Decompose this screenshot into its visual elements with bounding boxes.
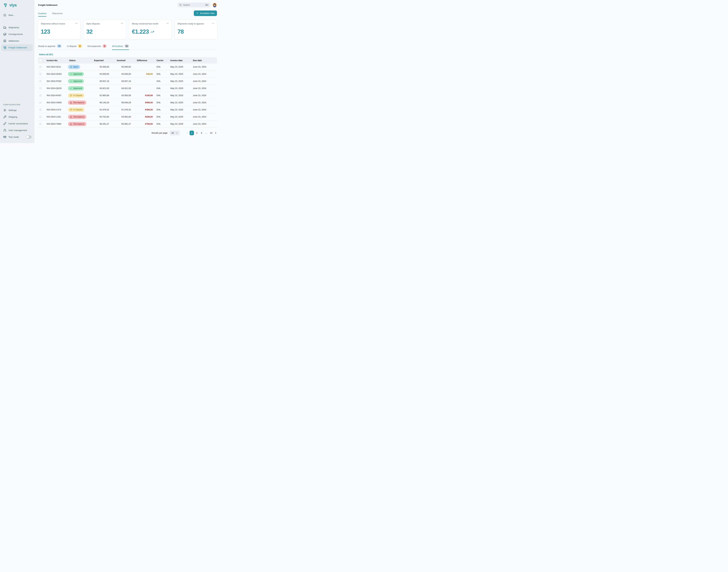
column-header-status[interactable]: Status — [67, 59, 89, 62]
table-row[interactable]: INV-2024-RX67 In Dispute €2.963,58 €3.06… — [38, 92, 217, 99]
row-checkbox[interactable] — [39, 87, 42, 89]
filter-tab-ready-to-approve[interactable]: Ready to approve 78 — [38, 44, 61, 50]
sidebar-item-addresses[interactable]: Addresses — [0, 38, 34, 44]
expected-amount: €4.000,00 — [89, 73, 111, 75]
page-button-1[interactable]: 1 — [190, 131, 194, 135]
column-header-expected[interactable]: Expected — [89, 59, 111, 62]
sidebar-item-label: Addresses — [8, 40, 19, 42]
ellipsis-menu-icon[interactable]: ⋯ — [75, 22, 78, 24]
invoices-table: Invoice No. Status Expected Invoiced Dif… — [38, 57, 217, 128]
row-checkbox[interactable] — [39, 73, 42, 75]
filter-tab-in-dispute[interactable]: In dispute 6 — [67, 44, 82, 50]
status-badge-in-dispute: In Dispute — [68, 108, 84, 112]
viya-logo-mark — [3, 3, 8, 7]
pager: 1 2 3 ... 10 — [186, 131, 217, 135]
warning-triangle-icon — [70, 123, 72, 125]
exception-rules-button[interactable]: Exception rules — [194, 10, 217, 16]
search-input[interactable]: Search ⌘K — [177, 3, 210, 7]
page-tabs: Invoices Shipments — [38, 12, 63, 17]
page-button-2[interactable]: 2 — [195, 131, 199, 135]
unplug-icon — [3, 122, 6, 125]
column-header-invoice-no[interactable]: Invoice No. — [45, 59, 67, 62]
table-row[interactable]: INV-2024-ZE11 Open €5.000,00 €5.000,00 D… — [38, 63, 217, 70]
sidebar-item-carrier-connections[interactable]: Carrier connections — [0, 120, 34, 127]
card-value: 78 — [177, 28, 214, 35]
invoiced-amount: €3.952,84 — [111, 116, 133, 118]
test-mode-toggle[interactable] — [26, 135, 31, 139]
chevron-left-icon[interactable] — [186, 132, 189, 134]
page-button-3[interactable]: 3 — [200, 131, 203, 135]
tab-shipments[interactable]: Shipments — [52, 12, 63, 17]
stat-card-money-reclaimed: Money reclaimed last month ⋯ €1.223 — [129, 20, 171, 39]
carrier: DHL — [155, 66, 168, 68]
invoiced-amount: €4.821,93 — [111, 87, 133, 89]
column-header-due-date[interactable]: Due date — [191, 59, 217, 62]
sidebar-item-user-management[interactable]: User management — [0, 127, 34, 134]
wrench-icon — [3, 115, 6, 119]
invoice-date: May 23, 2025 — [168, 94, 191, 96]
select-all-link[interactable]: Select all (67) — [39, 53, 217, 56]
difference-amount: €700,00 — [133, 123, 155, 125]
due-date: June 23, 2024 — [191, 87, 217, 89]
column-header-carrier[interactable]: Carrier — [155, 59, 168, 62]
page-title: Freight Settlement — [38, 4, 57, 6]
row-checkbox[interactable] — [39, 101, 42, 104]
results-per-page-value: 25 — [171, 132, 174, 134]
status-badge-discrepancy: Discrepancy — [68, 122, 86, 126]
column-header-invoiced[interactable]: Invoiced — [111, 59, 133, 62]
check-icon — [70, 80, 72, 82]
page-button-10[interactable]: 10 — [209, 131, 213, 135]
row-checkbox[interactable] — [39, 80, 42, 82]
pagination: Results per page 25 1 2 3 ... 10 — [38, 131, 217, 135]
avatar[interactable] — [212, 3, 217, 7]
row-checkbox[interactable] — [39, 116, 42, 118]
table-row[interactable]: INV-2024-YB92 Discrepancy €6.291,47 €6.9… — [38, 121, 217, 128]
status-badge-approved: Approved — [68, 79, 84, 83]
due-date: June 23, 2024 — [191, 123, 217, 125]
filter-icon — [196, 12, 199, 14]
sidebar-item-new[interactable]: New... — [0, 12, 34, 18]
row-checkbox[interactable] — [39, 123, 42, 125]
chevron-down-icon — [175, 132, 178, 134]
chevron-right-icon[interactable] — [214, 132, 217, 134]
row-checkbox[interactable] — [39, 94, 42, 96]
row-checkbox[interactable] — [39, 66, 42, 68]
sidebar-item-label: Shipments — [8, 26, 19, 29]
carrier: DHL — [155, 87, 168, 89]
brand-logo[interactable]: viya — [0, 3, 34, 7]
column-header-invoice-date[interactable]: Invoice date — [168, 59, 191, 62]
search-icon — [179, 4, 182, 6]
results-per-page-select[interactable]: 25 — [170, 131, 180, 135]
invoice-filter-tabs: Ready to approve 78 In dispute 6 Discrep… — [38, 44, 217, 50]
invoiced-amount: €6.991,47 — [111, 123, 133, 125]
sidebar-item-consignments[interactable]: Consignments — [0, 31, 34, 38]
due-date: June 23, 2024 — [191, 73, 217, 75]
select-all-checkbox[interactable] — [39, 59, 42, 62]
ellipsis-menu-icon[interactable]: ⋯ — [121, 22, 123, 24]
row-checkbox[interactable] — [39, 109, 42, 111]
check-icon — [70, 87, 72, 89]
table-row[interactable]: INV-2024-VM35 Discrepancy €8.145,29 €8.6… — [38, 99, 217, 106]
ellipsis-menu-icon[interactable]: ⋯ — [166, 22, 169, 24]
table-row[interactable]: INV-2024-UJ73 In Dispute €1.678,32 €1.97… — [38, 106, 217, 113]
column-header-difference[interactable]: Difference — [133, 59, 155, 62]
due-date: June 23, 2024 — [191, 66, 217, 68]
stat-card-open-disputes: Open disputes ⋯ 32 — [84, 20, 126, 39]
filter-tab-discrepancies[interactable]: Discrepancies 8 — [87, 44, 106, 50]
tab-invoices[interactable]: Invoices — [38, 12, 47, 17]
sidebar-item-label: Carrier connections — [8, 122, 28, 125]
exception-rules-label: Exception rules — [200, 12, 215, 14]
sidebar-item-freight-settlement[interactable]: Freight Settlement — [1, 44, 33, 51]
sidebar-item-label: Test mode — [8, 136, 19, 138]
table-row[interactable]: INV-2024-LS41 Discrepancy €3.752,84 €3.9… — [38, 113, 217, 121]
gear-icon — [3, 109, 6, 112]
sidebar-item-shipping[interactable]: Shipping — [0, 114, 34, 120]
table-row[interactable]: INV-2024-QK29 Approved €4.821,93 €4.821,… — [38, 85, 217, 92]
table-row[interactable]: INV-2024-PD82 Approved €9.507,16 €9.507,… — [38, 78, 217, 85]
sidebar-item-shipments[interactable]: Shipments — [0, 24, 34, 31]
due-date: June 23, 2024 — [191, 101, 217, 104]
table-row[interactable]: INV-2024-GH54 Approved €4.000,00 €4.030,… — [38, 70, 217, 78]
ellipsis-menu-icon[interactable]: ⋯ — [212, 22, 214, 24]
filter-tab-all-invoices[interactable]: All invoices 92 — [112, 44, 129, 50]
sidebar-item-settings[interactable]: Settings — [0, 107, 34, 114]
